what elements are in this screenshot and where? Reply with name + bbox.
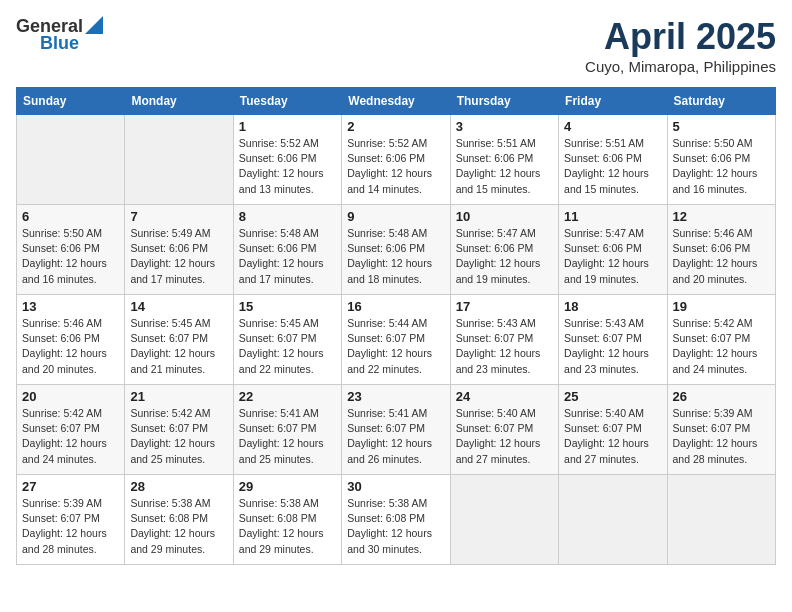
calendar-cell: 4Sunrise: 5:51 AMSunset: 6:06 PMDaylight… — [559, 115, 667, 205]
weekday-header-thursday: Thursday — [450, 88, 558, 115]
day-number: 10 — [456, 209, 553, 224]
logo-blue-text: Blue — [40, 33, 79, 54]
day-info: Sunrise: 5:52 AMSunset: 6:06 PMDaylight:… — [347, 136, 444, 197]
day-info: Sunrise: 5:44 AMSunset: 6:07 PMDaylight:… — [347, 316, 444, 377]
day-number: 15 — [239, 299, 336, 314]
day-info: Sunrise: 5:38 AMSunset: 6:08 PMDaylight:… — [347, 496, 444, 557]
calendar-cell: 20Sunrise: 5:42 AMSunset: 6:07 PMDayligh… — [17, 385, 125, 475]
calendar-cell: 29Sunrise: 5:38 AMSunset: 6:08 PMDayligh… — [233, 475, 341, 565]
calendar-cell: 3Sunrise: 5:51 AMSunset: 6:06 PMDaylight… — [450, 115, 558, 205]
calendar-week-1: 1Sunrise: 5:52 AMSunset: 6:06 PMDaylight… — [17, 115, 776, 205]
day-info: Sunrise: 5:51 AMSunset: 6:06 PMDaylight:… — [456, 136, 553, 197]
weekday-header-row: SundayMondayTuesdayWednesdayThursdayFrid… — [17, 88, 776, 115]
day-number: 13 — [22, 299, 119, 314]
calendar-cell: 25Sunrise: 5:40 AMSunset: 6:07 PMDayligh… — [559, 385, 667, 475]
calendar-header: SundayMondayTuesdayWednesdayThursdayFrid… — [17, 88, 776, 115]
day-info: Sunrise: 5:48 AMSunset: 6:06 PMDaylight:… — [347, 226, 444, 287]
calendar-cell: 16Sunrise: 5:44 AMSunset: 6:07 PMDayligh… — [342, 295, 450, 385]
day-info: Sunrise: 5:45 AMSunset: 6:07 PMDaylight:… — [239, 316, 336, 377]
calendar-cell — [125, 115, 233, 205]
day-number: 23 — [347, 389, 444, 404]
calendar-cell — [17, 115, 125, 205]
day-info: Sunrise: 5:51 AMSunset: 6:06 PMDaylight:… — [564, 136, 661, 197]
calendar-cell: 18Sunrise: 5:43 AMSunset: 6:07 PMDayligh… — [559, 295, 667, 385]
day-number: 26 — [673, 389, 770, 404]
calendar-cell: 24Sunrise: 5:40 AMSunset: 6:07 PMDayligh… — [450, 385, 558, 475]
day-info: Sunrise: 5:38 AMSunset: 6:08 PMDaylight:… — [239, 496, 336, 557]
day-info: Sunrise: 5:48 AMSunset: 6:06 PMDaylight:… — [239, 226, 336, 287]
day-info: Sunrise: 5:39 AMSunset: 6:07 PMDaylight:… — [22, 496, 119, 557]
calendar-week-2: 6Sunrise: 5:50 AMSunset: 6:06 PMDaylight… — [17, 205, 776, 295]
day-number: 27 — [22, 479, 119, 494]
logo-triangle-icon — [85, 16, 103, 34]
day-info: Sunrise: 5:50 AMSunset: 6:06 PMDaylight:… — [22, 226, 119, 287]
day-number: 17 — [456, 299, 553, 314]
calendar-cell — [450, 475, 558, 565]
weekday-header-wednesday: Wednesday — [342, 88, 450, 115]
day-number: 30 — [347, 479, 444, 494]
weekday-header-saturday: Saturday — [667, 88, 775, 115]
day-number: 5 — [673, 119, 770, 134]
day-info: Sunrise: 5:47 AMSunset: 6:06 PMDaylight:… — [564, 226, 661, 287]
calendar-cell: 17Sunrise: 5:43 AMSunset: 6:07 PMDayligh… — [450, 295, 558, 385]
calendar-cell: 30Sunrise: 5:38 AMSunset: 6:08 PMDayligh… — [342, 475, 450, 565]
day-info: Sunrise: 5:47 AMSunset: 6:06 PMDaylight:… — [456, 226, 553, 287]
day-number: 18 — [564, 299, 661, 314]
calendar-week-5: 27Sunrise: 5:39 AMSunset: 6:07 PMDayligh… — [17, 475, 776, 565]
location-subtitle: Cuyo, Mimaropa, Philippines — [585, 58, 776, 75]
day-info: Sunrise: 5:43 AMSunset: 6:07 PMDaylight:… — [456, 316, 553, 377]
day-info: Sunrise: 5:45 AMSunset: 6:07 PMDaylight:… — [130, 316, 227, 377]
calendar-cell: 12Sunrise: 5:46 AMSunset: 6:06 PMDayligh… — [667, 205, 775, 295]
calendar-cell: 11Sunrise: 5:47 AMSunset: 6:06 PMDayligh… — [559, 205, 667, 295]
day-number: 8 — [239, 209, 336, 224]
calendar-week-3: 13Sunrise: 5:46 AMSunset: 6:06 PMDayligh… — [17, 295, 776, 385]
calendar-cell: 5Sunrise: 5:50 AMSunset: 6:06 PMDaylight… — [667, 115, 775, 205]
calendar-cell: 15Sunrise: 5:45 AMSunset: 6:07 PMDayligh… — [233, 295, 341, 385]
day-number: 20 — [22, 389, 119, 404]
day-info: Sunrise: 5:42 AMSunset: 6:07 PMDaylight:… — [22, 406, 119, 467]
day-info: Sunrise: 5:39 AMSunset: 6:07 PMDaylight:… — [673, 406, 770, 467]
day-number: 3 — [456, 119, 553, 134]
calendar-week-4: 20Sunrise: 5:42 AMSunset: 6:07 PMDayligh… — [17, 385, 776, 475]
day-number: 29 — [239, 479, 336, 494]
calendar-cell: 7Sunrise: 5:49 AMSunset: 6:06 PMDaylight… — [125, 205, 233, 295]
day-info: Sunrise: 5:41 AMSunset: 6:07 PMDaylight:… — [347, 406, 444, 467]
title-section: April 2025 Cuyo, Mimaropa, Philippines — [585, 16, 776, 75]
calendar-cell: 21Sunrise: 5:42 AMSunset: 6:07 PMDayligh… — [125, 385, 233, 475]
calendar-body: 1Sunrise: 5:52 AMSunset: 6:06 PMDaylight… — [17, 115, 776, 565]
calendar-table: SundayMondayTuesdayWednesdayThursdayFrid… — [16, 87, 776, 565]
weekday-header-tuesday: Tuesday — [233, 88, 341, 115]
day-number: 19 — [673, 299, 770, 314]
calendar-cell: 1Sunrise: 5:52 AMSunset: 6:06 PMDaylight… — [233, 115, 341, 205]
day-info: Sunrise: 5:50 AMSunset: 6:06 PMDaylight:… — [673, 136, 770, 197]
svg-marker-0 — [85, 16, 103, 34]
calendar-cell: 28Sunrise: 5:38 AMSunset: 6:08 PMDayligh… — [125, 475, 233, 565]
day-info: Sunrise: 5:43 AMSunset: 6:07 PMDaylight:… — [564, 316, 661, 377]
day-info: Sunrise: 5:46 AMSunset: 6:06 PMDaylight:… — [673, 226, 770, 287]
calendar-cell: 2Sunrise: 5:52 AMSunset: 6:06 PMDaylight… — [342, 115, 450, 205]
calendar-cell: 8Sunrise: 5:48 AMSunset: 6:06 PMDaylight… — [233, 205, 341, 295]
day-info: Sunrise: 5:49 AMSunset: 6:06 PMDaylight:… — [130, 226, 227, 287]
calendar-cell: 9Sunrise: 5:48 AMSunset: 6:06 PMDaylight… — [342, 205, 450, 295]
calendar-cell: 6Sunrise: 5:50 AMSunset: 6:06 PMDaylight… — [17, 205, 125, 295]
day-number: 14 — [130, 299, 227, 314]
day-number: 4 — [564, 119, 661, 134]
day-number: 21 — [130, 389, 227, 404]
day-number: 1 — [239, 119, 336, 134]
day-info: Sunrise: 5:46 AMSunset: 6:06 PMDaylight:… — [22, 316, 119, 377]
day-number: 11 — [564, 209, 661, 224]
calendar-cell: 23Sunrise: 5:41 AMSunset: 6:07 PMDayligh… — [342, 385, 450, 475]
weekday-header-sunday: Sunday — [17, 88, 125, 115]
logo: General Blue — [16, 16, 103, 54]
day-number: 25 — [564, 389, 661, 404]
day-number: 22 — [239, 389, 336, 404]
calendar-cell: 27Sunrise: 5:39 AMSunset: 6:07 PMDayligh… — [17, 475, 125, 565]
day-info: Sunrise: 5:52 AMSunset: 6:06 PMDaylight:… — [239, 136, 336, 197]
day-info: Sunrise: 5:41 AMSunset: 6:07 PMDaylight:… — [239, 406, 336, 467]
calendar-cell: 19Sunrise: 5:42 AMSunset: 6:07 PMDayligh… — [667, 295, 775, 385]
month-title: April 2025 — [585, 16, 776, 58]
calendar-cell — [559, 475, 667, 565]
day-number: 2 — [347, 119, 444, 134]
day-number: 12 — [673, 209, 770, 224]
day-info: Sunrise: 5:40 AMSunset: 6:07 PMDaylight:… — [564, 406, 661, 467]
